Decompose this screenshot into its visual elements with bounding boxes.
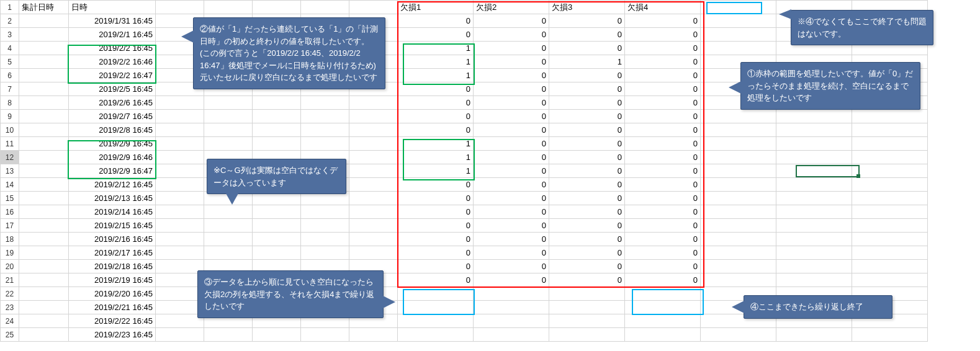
cell[interactable]: 0 bbox=[625, 82, 701, 96]
cell[interactable]: 0 bbox=[398, 110, 474, 123]
cell[interactable]: 1 bbox=[549, 55, 625, 69]
cell[interactable]: 2019/2/9 16:46 bbox=[69, 151, 156, 164]
cell[interactable] bbox=[204, 96, 253, 110]
cell[interactable] bbox=[156, 328, 204, 342]
cell[interactable]: 0 bbox=[625, 151, 701, 164]
cell[interactable]: 0 bbox=[549, 14, 625, 28]
cell[interactable] bbox=[156, 314, 204, 328]
cell[interactable] bbox=[776, 123, 852, 137]
cell[interactable] bbox=[701, 246, 776, 260]
row-header[interactable]: 11 bbox=[1, 137, 19, 151]
cell[interactable]: 0 bbox=[474, 69, 549, 82]
row-header[interactable]: 16 bbox=[1, 205, 19, 219]
cell[interactable] bbox=[349, 1, 398, 14]
cell[interactable] bbox=[852, 205, 928, 219]
cell[interactable] bbox=[776, 192, 852, 205]
row-header[interactable]: 22 bbox=[1, 287, 19, 301]
row-header[interactable]: 13 bbox=[1, 164, 19, 178]
cell[interactable] bbox=[19, 42, 69, 55]
cell[interactable] bbox=[852, 328, 928, 342]
cell[interactable] bbox=[701, 151, 776, 164]
cell[interactable] bbox=[474, 301, 549, 314]
cell[interactable] bbox=[156, 151, 204, 164]
row-header[interactable]: 1 bbox=[1, 1, 19, 14]
cell[interactable]: 0 bbox=[474, 42, 549, 55]
cell[interactable] bbox=[253, 328, 301, 342]
cell[interactable]: 2019/2/8 16:45 bbox=[69, 123, 156, 137]
cell[interactable]: 0 bbox=[474, 96, 549, 110]
cell[interactable] bbox=[776, 246, 852, 260]
cell[interactable]: 2019/2/18 16:45 bbox=[69, 260, 156, 273]
cell[interactable]: 0 bbox=[398, 205, 474, 219]
cell[interactable] bbox=[701, 164, 776, 178]
cell[interactable]: 0 bbox=[549, 69, 625, 82]
cell[interactable] bbox=[349, 328, 398, 342]
cell[interactable]: 0 bbox=[549, 192, 625, 205]
cell[interactable] bbox=[156, 96, 204, 110]
cell[interactable]: 0 bbox=[474, 28, 549, 42]
cell[interactable] bbox=[19, 301, 69, 314]
cell[interactable]: 0 bbox=[549, 137, 625, 151]
cell[interactable]: 0 bbox=[474, 14, 549, 28]
cell[interactable]: 1 bbox=[398, 69, 474, 82]
cell[interactable] bbox=[474, 314, 549, 328]
cell[interactable]: 0 bbox=[625, 260, 701, 273]
cell[interactable] bbox=[349, 110, 398, 123]
cell[interactable]: 0 bbox=[625, 137, 701, 151]
cell[interactable]: 2019/2/1 16:45 bbox=[69, 28, 156, 42]
cell[interactable] bbox=[156, 246, 204, 260]
cell[interactable] bbox=[301, 328, 349, 342]
cell[interactable] bbox=[301, 96, 349, 110]
cell[interactable] bbox=[253, 205, 301, 219]
cell[interactable] bbox=[301, 1, 349, 14]
cell[interactable] bbox=[19, 96, 69, 110]
cell[interactable] bbox=[776, 328, 852, 342]
cell[interactable] bbox=[852, 192, 928, 205]
cell[interactable] bbox=[19, 273, 69, 287]
cell[interactable]: 0 bbox=[549, 82, 625, 96]
cell[interactable]: 0 bbox=[625, 233, 701, 246]
cell[interactable] bbox=[852, 110, 928, 123]
row-header[interactable]: 5 bbox=[1, 55, 19, 69]
row-header[interactable]: 21 bbox=[1, 273, 19, 287]
cell[interactable] bbox=[349, 151, 398, 164]
cell[interactable] bbox=[156, 260, 204, 273]
cell[interactable]: 0 bbox=[625, 192, 701, 205]
cell[interactable]: 0 bbox=[549, 123, 625, 137]
cell[interactable] bbox=[204, 328, 253, 342]
cell[interactable]: 1 bbox=[398, 55, 474, 69]
cell[interactable]: 2019/2/23 16:45 bbox=[69, 328, 156, 342]
cell[interactable]: 欠損4 bbox=[625, 1, 701, 14]
cell[interactable] bbox=[19, 14, 69, 28]
cell[interactable]: 集計日時 bbox=[19, 1, 69, 14]
cell[interactable] bbox=[19, 328, 69, 342]
cell[interactable] bbox=[349, 164, 398, 178]
cell[interactable] bbox=[156, 287, 204, 301]
cell[interactable] bbox=[625, 328, 701, 342]
cell[interactable] bbox=[204, 1, 253, 14]
cell[interactable] bbox=[701, 192, 776, 205]
cell[interactable] bbox=[349, 178, 398, 192]
cell[interactable] bbox=[776, 233, 852, 246]
cell[interactable] bbox=[349, 246, 398, 260]
cell[interactable] bbox=[398, 301, 474, 314]
cell[interactable] bbox=[776, 151, 852, 164]
cell[interactable] bbox=[349, 219, 398, 233]
cell[interactable] bbox=[19, 69, 69, 82]
cell[interactable]: 0 bbox=[549, 28, 625, 42]
cell[interactable] bbox=[156, 164, 204, 178]
cell[interactable] bbox=[156, 137, 204, 151]
cell[interactable]: 0 bbox=[474, 233, 549, 246]
cell[interactable]: 0 bbox=[398, 14, 474, 28]
cell[interactable]: 0 bbox=[549, 164, 625, 178]
cell[interactable] bbox=[474, 287, 549, 301]
cell[interactable] bbox=[625, 314, 701, 328]
cell[interactable]: 2019/2/6 16:45 bbox=[69, 96, 156, 110]
cell[interactable]: 0 bbox=[625, 273, 701, 287]
cell[interactable] bbox=[398, 314, 474, 328]
cell[interactable] bbox=[701, 273, 776, 287]
cell[interactable]: 2019/2/20 16:45 bbox=[69, 287, 156, 301]
cell[interactable] bbox=[204, 123, 253, 137]
cell[interactable] bbox=[253, 246, 301, 260]
cell[interactable]: 0 bbox=[625, 55, 701, 69]
